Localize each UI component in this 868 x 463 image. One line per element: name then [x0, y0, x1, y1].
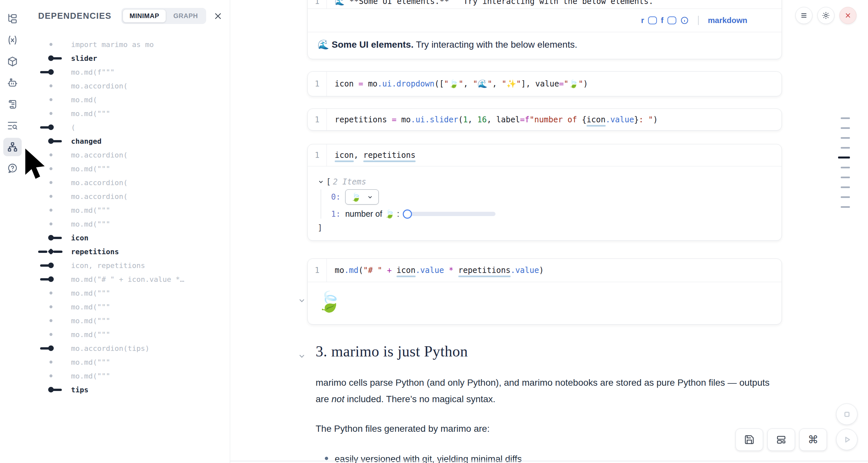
info-icon[interactable]: [680, 16, 689, 25]
slider-label: number of 🍃 :: [345, 209, 400, 219]
minimap-item[interactable]: icon: [25, 231, 230, 245]
file-tree-icon[interactable]: [3, 9, 22, 28]
output-emoji: 🌊: [318, 39, 332, 50]
line-number: 1: [308, 109, 327, 130]
minimap-item[interactable]: mo.md(""": [25, 106, 230, 120]
paragraph: marimo cells parse Python (and only Pyth…: [316, 374, 776, 407]
markdown-mode-button[interactable]: markdown: [708, 16, 747, 25]
line-number: 1: [308, 0, 327, 8]
minimap-item[interactable]: tips: [25, 383, 230, 397]
code-line[interactable]: icon, repetitions: [327, 151, 415, 160]
layout-icon: [776, 434, 786, 445]
line-number: 1: [308, 259, 327, 282]
tab-minimap[interactable]: MINIMAP: [123, 9, 166, 22]
minimap-item[interactable]: mo.md("# " + icon.value *…: [25, 272, 230, 286]
minimap-item[interactable]: mo.md(""": [25, 217, 230, 231]
code-editor[interactable]: 1 icon, repetitions: [308, 144, 781, 166]
notebook-area: 1 🌊 **Some UI elements.** Try interactin…: [230, 0, 868, 463]
close-panel-icon[interactable]: [213, 11, 223, 21]
scroll-mark[interactable]: [838, 143, 851, 153]
minimap-item[interactable]: mo.accordion(tips): [25, 341, 230, 355]
shortcuts-button[interactable]: ⌘: [799, 429, 827, 451]
cell-expression: 1 icon, repetitions [ 2 Items 0: 🍃 1:: [307, 144, 782, 241]
run-button[interactable]: [836, 429, 858, 450]
cell-icon-dropdown: 1 icon = mo.ui.dropdown(["🍃", "🌊", "✨"],…: [307, 71, 782, 96]
bottom-action-bar: ⌘: [736, 429, 827, 451]
scroll-mark[interactable]: [838, 202, 851, 212]
tab-graph[interactable]: GRAPH: [167, 9, 205, 22]
scroll-mark[interactable]: [838, 153, 851, 162]
ai-assistant-icon[interactable]: [3, 74, 22, 92]
activity-rail: [0, 0, 25, 463]
shutdown-button[interactable]: [839, 7, 857, 24]
dependency-graph-icon[interactable]: [3, 138, 22, 156]
scroll-mark[interactable]: [838, 182, 851, 192]
variables-icon[interactable]: [3, 31, 22, 49]
scroll-mark[interactable]: [838, 172, 851, 182]
minimap-item[interactable]: mo.md(""": [25, 355, 230, 369]
close-icon: [844, 11, 852, 20]
line-number: 1: [308, 72, 327, 96]
packages-icon[interactable]: [3, 52, 22, 71]
paragraph: The Python files generated by marimo are…: [316, 421, 776, 437]
items-count: 2 Items: [333, 177, 366, 186]
chevron-down-icon[interactable]: [318, 179, 324, 185]
minimap-item[interactable]: mo.md(""": [25, 328, 230, 341]
code-line[interactable]: icon = mo.ui.dropdown(["🍃", "🌊", "✨"], v…: [327, 79, 588, 89]
minimap-item[interactable]: import marimo as mo: [25, 37, 230, 51]
section-heading: 3. marimo is just Python: [316, 343, 786, 360]
play-icon: [842, 435, 852, 444]
minimap-item[interactable]: mo.md(""": [25, 369, 230, 383]
stop-button[interactable]: [836, 403, 858, 425]
toolbar-separator: [698, 16, 699, 25]
scroll-mark[interactable]: [838, 133, 851, 143]
code-line[interactable]: repetitions = mo.ui.slider(1, 16, label=…: [327, 115, 658, 124]
code-line[interactable]: mo.md("# " + icon.value * repetitions.va…: [327, 266, 544, 275]
minimap-item[interactable]: mo.md(""": [25, 203, 230, 217]
slider-thumb[interactable]: [403, 210, 412, 219]
dependencies-panel: DEPENDENCIES MINIMAP GRAPH import marimo…: [25, 0, 230, 463]
search-text-icon[interactable]: [3, 116, 22, 135]
f-checkbox[interactable]: [668, 17, 676, 24]
run-controls: [836, 403, 858, 454]
code-editor[interactable]: 1 icon = mo.ui.dropdown(["🍃", "🌊", "✨"],…: [308, 72, 781, 96]
r-checkbox[interactable]: [648, 17, 657, 24]
minimap-item[interactable]: mo.md(""": [25, 286, 230, 300]
code-line[interactable]: 🌊 **Some UI elements.** Try interacting …: [327, 0, 653, 6]
view-tabs: MINIMAP GRAPH: [121, 8, 206, 24]
scroll-mark[interactable]: [838, 192, 851, 202]
minimap-item[interactable]: (: [25, 120, 230, 134]
repetitions-slider[interactable]: [404, 212, 495, 216]
hamburger-icon: [800, 11, 808, 20]
settings-button[interactable]: [817, 7, 834, 24]
minimap-item[interactable]: mo.md(""": [25, 300, 230, 314]
minimap-item[interactable]: mo.md(""": [25, 314, 230, 328]
logs-icon[interactable]: [3, 95, 22, 114]
minimap-item[interactable]: mo.accordion(: [25, 79, 230, 93]
scroll-mark[interactable]: [838, 123, 851, 133]
save-button[interactable]: [736, 429, 763, 451]
minimap-item[interactable]: mo.accordion(: [25, 189, 230, 203]
scroll-mark[interactable]: [838, 162, 851, 172]
help-icon[interactable]: [3, 159, 22, 178]
code-editor[interactable]: 1 🌊 **Some UI elements.** Try interactin…: [308, 0, 781, 9]
tree-index-1: 1:: [331, 210, 341, 219]
bracket-close: ]: [318, 223, 775, 233]
chevron-down-icon[interactable]: [298, 296, 306, 305]
minimap-list: import marimo as moslidermo.md(f"""mo.ac…: [25, 37, 230, 397]
code-editor[interactable]: 1 repetitions = mo.ui.slider(1, 16, labe…: [308, 109, 781, 130]
chevron-down-icon[interactable]: [298, 352, 306, 361]
tree-output: [ 2 Items 0: 🍃 1: number of 🍃 :: [308, 166, 781, 240]
minimap-item[interactable]: icon, repetitions: [25, 258, 230, 272]
minimap-item[interactable]: repetitions: [25, 245, 230, 258]
minimap-item[interactable]: mo.md(: [25, 93, 230, 106]
layout-button[interactable]: [767, 429, 795, 451]
minimap-item[interactable]: changed: [25, 134, 230, 148]
icon-dropdown-select[interactable]: 🍃: [345, 189, 379, 205]
f-toggle-label: f: [661, 16, 663, 25]
menu-button[interactable]: [795, 7, 812, 24]
minimap-item[interactable]: mo.md(f""": [25, 65, 230, 79]
minimap-item[interactable]: slider: [25, 51, 230, 65]
code-editor[interactable]: 1 mo.md("# " + icon.value * repetitions.…: [308, 259, 781, 282]
scroll-mark[interactable]: [838, 113, 851, 123]
